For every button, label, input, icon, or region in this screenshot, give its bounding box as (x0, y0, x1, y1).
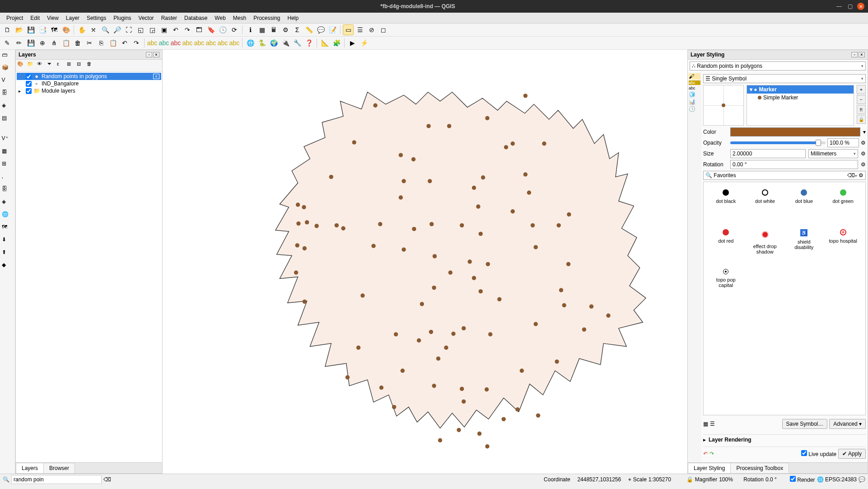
add-feature-icon[interactable]: ⊕ (37, 38, 48, 48)
view-icons-icon[interactable]: ▦ (703, 421, 708, 427)
new-layout-icon[interactable]: 🗺 (49, 24, 60, 35)
save-project-icon[interactable]: 💾 (25, 24, 36, 35)
filter-expr-icon[interactable]: ε (57, 61, 66, 70)
apply-button[interactable]: ✔ Apply (838, 449, 866, 459)
diagrams-tab-icon[interactable]: 📊 (689, 99, 700, 105)
renderer-select[interactable]: ☰ Single Symbol ▾ (703, 74, 866, 83)
filter-legend-icon[interactable]: ⏷ (47, 61, 56, 70)
add-virtual-icon[interactable]: ◈ (2, 198, 14, 210)
edit-pencil-icon[interactable]: ✎ (2, 38, 13, 48)
zoom-selection-icon[interactable]: ◱ (135, 24, 146, 35)
menu-help[interactable]: Help (284, 14, 303, 23)
3d-tab-icon[interactable]: 🧊 (689, 91, 700, 98)
symbol-layer-tree[interactable]: ▾ ● Marker Simple Marker (747, 85, 854, 126)
label-tool-1-icon[interactable]: abc (194, 38, 205, 48)
tab-layer-styling[interactable]: Layer Styling (688, 463, 731, 473)
menu-settings[interactable]: Settings (83, 14, 110, 23)
opacity-spinner[interactable] (827, 138, 859, 147)
paste-icon[interactable]: 📋 (107, 38, 118, 48)
label-off-icon[interactable]: abc (170, 38, 181, 48)
scale-field[interactable]: 1:305270 (649, 476, 685, 483)
size-spinner[interactable] (730, 149, 806, 158)
favorite-symbol[interactable]: dot green (826, 187, 861, 223)
refresh-icon[interactable]: ⟳ (229, 24, 240, 35)
plugins-1-icon[interactable]: 🔌 (280, 38, 291, 48)
open-table-icon[interactable]: ▦ (257, 24, 267, 35)
help-icon[interactable]: ❓ (303, 38, 314, 48)
menu-edit[interactable]: Edit (27, 14, 43, 23)
select-all-icon[interactable]: ◻ (378, 24, 389, 35)
topology-icon[interactable]: 🧩 (331, 38, 342, 48)
advanced-button[interactable]: Advanced ▾ (829, 419, 866, 429)
layer-row[interactable]: ▫IND_Bangalore (17, 80, 161, 87)
history-tab-icon[interactable]: 🕓 (689, 106, 700, 112)
zoom-next-icon[interactable]: ↷ (182, 24, 193, 35)
new-geopackage-icon[interactable]: 📦 (2, 64, 14, 76)
coord-toggle-icon[interactable]: ⌖ (628, 476, 631, 483)
annotation-icon[interactable]: 📝 (327, 24, 338, 35)
layer-tree[interactable]: ●Random points in polygons≡▫IND_Bangalor… (16, 72, 162, 462)
clear-search-icon[interactable]: ⌫ (103, 476, 111, 483)
save-as-icon[interactable]: 📑 (37, 24, 48, 35)
panel-undock-icon[interactable]: ▫ (851, 52, 858, 57)
select-by-value-icon[interactable]: ☰ (355, 24, 365, 35)
tab-layers[interactable]: Layers (16, 463, 44, 473)
data-defined-icon[interactable]: ⚙ (861, 150, 866, 157)
add-vector-icon[interactable]: V⁺ (2, 135, 14, 147)
toolbox-icon[interactable]: ⚙ (280, 24, 291, 35)
deselect-icon[interactable]: ⊘ (366, 24, 377, 35)
data-defined-icon[interactable]: ⚙ (861, 140, 866, 146)
toggle-editing-icon[interactable]: ✏ (14, 38, 24, 48)
symbol-marker-row[interactable]: ▾ ● Marker (747, 85, 854, 94)
render-checkbox[interactable]: Render (790, 476, 815, 483)
maximize-button[interactable]: ▢ (846, 3, 854, 10)
zoom-last-icon[interactable]: ↶ (170, 24, 181, 35)
copy-icon[interactable]: ⎘ (96, 38, 107, 48)
label-tool-3-icon[interactable]: abc (217, 38, 228, 48)
new-map-view-icon[interactable]: 🗔 (194, 24, 205, 35)
add-mesh-icon[interactable]: ⊞ (2, 160, 14, 172)
add-spatialite-icon[interactable]: 🗄 (2, 186, 14, 197)
size-unit-select[interactable]: Millimeters▾ (808, 149, 858, 158)
tab-browser[interactable]: Browser (43, 463, 75, 473)
layer-row[interactable]: ▸📁Module layers (17, 87, 161, 94)
save-symbol-button[interactable]: Save Symbol… (782, 419, 828, 429)
opacity-slider[interactable] (730, 141, 826, 144)
new-bookmark-icon[interactable]: 🔖 (205, 24, 216, 35)
panel-close-icon[interactable]: × (153, 52, 159, 57)
favorite-symbol[interactable]: +topo hospital (826, 226, 861, 263)
tab-processing-toolbox[interactable]: Processing Toolbox (730, 463, 789, 473)
clear-filter-icon[interactable]: ⌫ (847, 172, 855, 179)
label-tool-2-icon[interactable]: abc (205, 38, 216, 48)
delete-selected-icon[interactable]: 🗑 (72, 38, 83, 48)
zoom-in-icon[interactable]: 🔍 (100, 24, 111, 35)
label-rule-icon[interactable]: abc (159, 38, 169, 48)
favorite-symbol[interactable]: dot blue (786, 187, 822, 223)
quickosm-config-icon[interactable]: ⚡ (359, 38, 369, 48)
osm-icon[interactable]: 🌍 (268, 38, 279, 48)
redo-icon[interactable]: ↷ (131, 38, 142, 48)
plugins-2-icon[interactable]: 🔧 (292, 38, 303, 48)
open-datasource-icon[interactable]: 🗃 (2, 52, 14, 63)
favorite-symbol[interactable]: topo pop capital (708, 266, 744, 302)
favorite-symbol[interactable]: ♿shield disability (786, 226, 822, 263)
python-icon[interactable]: 🐍 (257, 38, 267, 48)
expand-all-icon[interactable]: ⊞ (67, 61, 76, 70)
menu-view[interactable]: View (43, 14, 62, 23)
statistics-icon[interactable]: Σ (292, 24, 303, 35)
menu-web[interactable]: Web (211, 14, 229, 23)
add-wms-icon[interactable]: 🌐 (2, 211, 14, 223)
open-project-icon[interactable]: 📂 (14, 24, 24, 35)
field-calc-icon[interactable]: 🖩 (268, 24, 279, 35)
zoom-layer-icon[interactable]: ◲ (147, 24, 158, 35)
chevron-down-icon[interactable]: ▾ (863, 129, 866, 135)
duplicate-symbol-layer-icon[interactable]: ⎘ (857, 105, 866, 114)
menu-mesh[interactable]: Mesh (229, 14, 250, 23)
collapse-all-icon[interactable]: ⊟ (77, 61, 86, 70)
rotation-field[interactable]: 0.0 ° (765, 476, 788, 483)
label-layer-icon[interactable]: abc (147, 38, 158, 48)
menu-plugins[interactable]: Plugins (110, 14, 135, 23)
add-symbol-layer-icon[interactable]: + (857, 85, 866, 94)
add-xyz-icon[interactable]: 🗺 (2, 224, 14, 235)
layer-rendering-header[interactable]: Layer Rendering (709, 437, 751, 443)
